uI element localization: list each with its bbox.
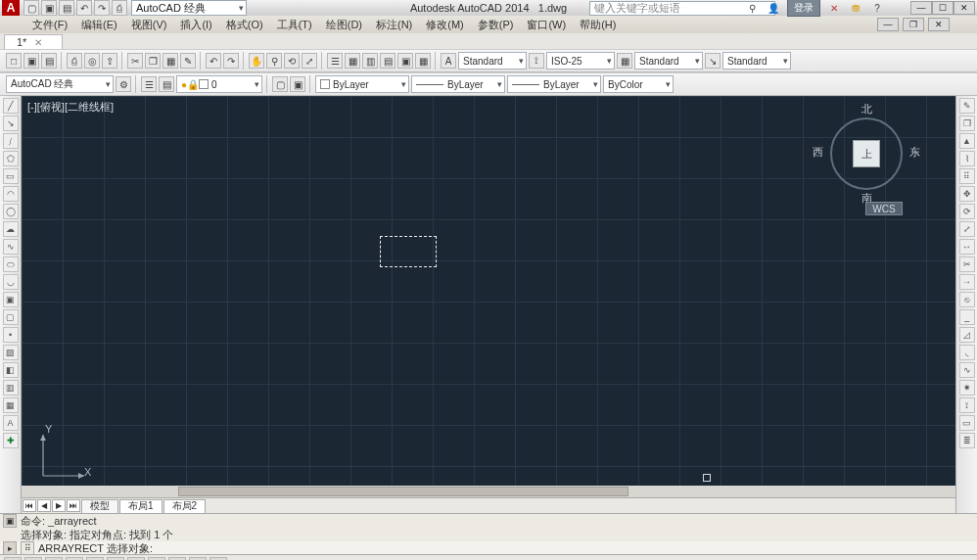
status-osnap-icon[interactable]: ◇ [86, 557, 104, 561]
help-icon[interactable]: ? [869, 0, 885, 16]
dimstyle-select[interactable]: ISO-25 [546, 52, 615, 70]
fillet-tool-icon[interactable]: ◟ [959, 345, 975, 360]
chamfer-tool-icon[interactable]: ◿ [959, 327, 975, 343]
insert-icon[interactable]: ▣ [290, 76, 305, 92]
tablestyle-icon[interactable]: ▦ [617, 53, 632, 69]
status-dyn-icon[interactable]: + [168, 557, 186, 561]
layout-prev-icon[interactable]: ◀ [37, 499, 51, 512]
menu-draw[interactable]: 绘图(D) [321, 17, 367, 33]
mleaderstyle-icon[interactable]: ↘ [705, 53, 721, 69]
viewcube[interactable]: 北 南 西 东 上 [818, 106, 914, 202]
draworder-tool-icon[interactable]: ≣ [959, 433, 975, 448]
layout-next-icon[interactable]: ▶ [52, 499, 66, 512]
erase-tool-icon[interactable]: ✎ [959, 98, 975, 114]
menu-format[interactable]: 格式(O) [221, 17, 268, 33]
doc-restore-button[interactable]: ❐ [903, 18, 924, 31]
save-icon[interactable]: ▤ [41, 53, 57, 69]
maximize-button[interactable]: ☐ [932, 1, 954, 15]
qat-save-icon[interactable]: ▤ [59, 0, 74, 16]
addselected-tool-icon[interactable]: ✚ [3, 433, 19, 448]
command-toggle-icon[interactable]: ▣ [3, 514, 17, 528]
plotstyle-select[interactable]: ByColor [603, 75, 674, 93]
command-input[interactable]: ▸ ⠿ ARRAYRECT 选择对象: [0, 541, 977, 555]
workspace-select[interactable]: AutoCAD 经典 [6, 75, 114, 93]
menu-file[interactable]: 文件(F) [27, 17, 72, 33]
workspace-selector[interactable]: AutoCAD 经典 [131, 0, 247, 16]
extend-tool-icon[interactable]: → [959, 274, 975, 290]
scrollbar-thumb[interactable] [178, 487, 628, 496]
rectangle-tool-icon[interactable]: ▭ [3, 168, 19, 184]
gear-icon[interactable]: ⚙ [116, 76, 131, 92]
document-tab-close-icon[interactable]: ✕ [34, 37, 42, 48]
doc-close-button[interactable]: ✕ [928, 18, 950, 31]
array-tool-icon[interactable]: ⠿ [959, 168, 975, 184]
break-tool-icon[interactable]: ⎋ [959, 292, 975, 307]
menu-params[interactable]: 参数(P) [473, 17, 519, 33]
text-tool-icon[interactable]: A [3, 415, 19, 431]
lineweight-select[interactable]: ByLayer [507, 75, 601, 93]
layout-tab-model[interactable]: 模型 [81, 499, 118, 513]
status-lwt-icon[interactable]: ≡ [189, 557, 207, 561]
layout-last-icon[interactable]: ⏭ [67, 499, 80, 512]
zoom-ext-icon[interactable]: ⤢ [302, 53, 317, 69]
pan-icon[interactable]: ✋ [249, 53, 264, 69]
status-ducs-icon[interactable]: L [148, 557, 165, 561]
point-tool-icon[interactable]: • [3, 327, 19, 343]
measure-tool-icon[interactable]: ⟟ [959, 397, 975, 413]
menu-insert[interactable]: 插入(I) [175, 17, 216, 33]
rotate-tool-icon[interactable]: ⟳ [959, 204, 975, 219]
toolpal-icon[interactable]: ▥ [362, 53, 378, 69]
app-logo[interactable]: A [2, 0, 20, 16]
doc-minimize-button[interactable]: — [877, 18, 899, 31]
mirror-tool-icon[interactable]: ▲ [959, 133, 975, 149]
revcloud-tool-icon[interactable]: ☁ [3, 221, 19, 237]
infocenter-icon[interactable]: ⚲ [744, 0, 760, 16]
cloud-icon[interactable]: ⛃ [848, 0, 863, 16]
circle-tool-icon[interactable]: ◯ [3, 204, 19, 219]
offset-tool-icon[interactable]: ⌇ [959, 151, 975, 166]
menu-view[interactable]: 视图(V) [126, 17, 172, 33]
close-button[interactable]: ✕ [954, 1, 975, 15]
login-label[interactable]: 登录 [787, 0, 820, 17]
stretch-tool-icon[interactable]: ↔ [959, 239, 975, 255]
wcs-badge[interactable]: WCS [865, 202, 903, 215]
spline-tool-icon[interactable]: ∿ [3, 239, 19, 255]
layout-tab-2[interactable]: 布局2 [163, 499, 207, 513]
menu-window[interactable]: 窗口(W) [522, 17, 571, 33]
color-select[interactable]: ByLayer [315, 75, 409, 93]
properties-icon[interactable]: ☰ [327, 53, 343, 69]
join-tool-icon[interactable]: ⎯ [959, 309, 975, 325]
new-icon[interactable]: □ [6, 53, 22, 69]
hatch-tool-icon[interactable]: ▨ [3, 345, 19, 360]
qat-redo-icon[interactable]: ↷ [94, 0, 110, 16]
open-icon[interactable]: ▣ [23, 53, 39, 69]
status-otrack-icon[interactable]: ∠ [127, 557, 145, 561]
layer-select[interactable]: ● 🔒 0 [176, 75, 262, 93]
layer-state-icon[interactable]: ▤ [159, 76, 174, 92]
sheetset-icon[interactable]: ▤ [380, 53, 395, 69]
qat-new-icon[interactable]: ▢ [23, 0, 39, 16]
region-tool-icon[interactable]: ▥ [3, 380, 19, 396]
tablestyle-select[interactable]: Standard [634, 52, 703, 70]
menu-dimension[interactable]: 标注(N) [371, 17, 417, 33]
status-tpy-icon[interactable]: ▤ [209, 557, 227, 561]
xline-tool-icon[interactable]: ↘ [3, 116, 19, 131]
copy-icon[interactable]: ❐ [145, 53, 161, 69]
menu-edit[interactable]: 编辑(E) [76, 17, 122, 33]
table-tool-icon[interactable]: ▦ [3, 397, 19, 413]
minimize-button[interactable]: — [910, 1, 932, 15]
status-3dosnap-icon[interactable]: ◈ [107, 557, 124, 561]
status-grid-icon[interactable]: ▦ [24, 557, 42, 561]
markup-icon[interactable]: ▣ [397, 53, 413, 69]
drawing-canvas[interactable]: [-][俯视][二维线框] 北 南 西 东 上 WCS X Y [22, 96, 955, 513]
publish-icon[interactable]: ⇪ [102, 53, 117, 69]
qat-open-icon[interactable]: ▣ [41, 0, 57, 16]
layer-mgr-icon[interactable]: ☰ [141, 76, 157, 92]
select-tool-icon[interactable]: ▭ [959, 415, 975, 431]
paste-icon[interactable]: ▦ [163, 53, 178, 69]
redo-icon[interactable]: ↷ [223, 53, 239, 69]
line-tool-icon[interactable]: ╱ [3, 98, 19, 114]
horizontal-scrollbar[interactable] [22, 486, 955, 497]
undo-icon[interactable]: ↶ [206, 53, 221, 69]
qat-print-icon[interactable]: ⎙ [112, 0, 127, 16]
